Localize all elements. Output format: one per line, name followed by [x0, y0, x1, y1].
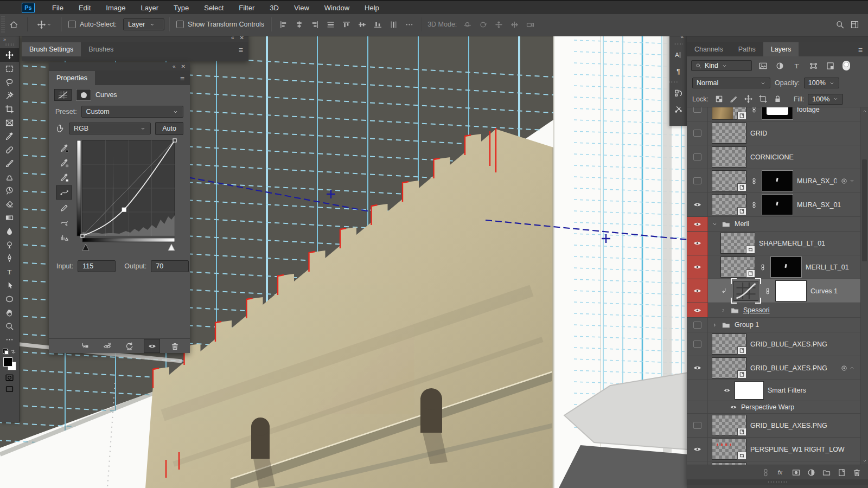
layer-row[interactable]: Perspective Warp: [687, 401, 868, 414]
toggle-visibility[interactable]: [687, 332, 708, 356]
crop-tool[interactable]: [0, 102, 19, 116]
align-vertical-centers-icon[interactable]: [355, 19, 369, 30]
toggle-visibility[interactable]: [687, 438, 708, 461]
layer-thumbnail[interactable]: [712, 146, 746, 168]
menu-window[interactable]: Window: [317, 2, 357, 14]
eyedropper-tool[interactable]: [0, 130, 19, 143]
toggle-visibility[interactable]: [687, 145, 708, 169]
distribute-vertical-centers-icon[interactable]: [386, 19, 401, 30]
toggle-visibility[interactable]: [687, 414, 708, 437]
curves-graph[interactable]: [76, 138, 182, 256]
layer-name[interactable]: Spessori: [743, 306, 770, 314]
layer-row[interactable]: SHAPEMERLI_LT_01: [687, 232, 868, 255]
tool-presets-panel[interactable]: [669, 101, 687, 117]
default-colors-icon[interactable]: [3, 349, 9, 355]
menu-edit[interactable]: Edit: [71, 2, 98, 14]
layer-mask-thumbnail[interactable]: [775, 280, 807, 301]
clone-stamp-tool[interactable]: [0, 170, 19, 184]
rectangular-marquee-tool[interactable]: [0, 62, 19, 75]
auto-select-target-dropdown[interactable]: Layer: [123, 18, 164, 30]
histogram-warning[interactable]: [56, 230, 72, 243]
layer-mask-thumbnail[interactable]: [770, 256, 802, 278]
scroll-up-icon[interactable]: [861, 108, 868, 114]
menu-type[interactable]: Type: [166, 2, 196, 14]
panel-menu-icon[interactable]: ≡: [175, 72, 190, 85]
layer-name[interactable]: Curves 1: [810, 287, 838, 295]
layer-name[interactable]: GRID: [750, 130, 767, 137]
toggle-visibility[interactable]: [687, 193, 708, 216]
tab-channels[interactable]: Channels: [687, 42, 731, 56]
menu-filter[interactable]: Filter: [231, 2, 262, 14]
layer-name[interactable]: MERLI_LT_01: [806, 264, 849, 271]
blur-tool[interactable]: [0, 224, 19, 238]
zoom-tool[interactable]: [0, 319, 19, 333]
pan-3d-camera-icon[interactable]: [492, 19, 506, 30]
preset-dropdown[interactable]: Custom: [81, 106, 183, 118]
quick-selection-tool[interactable]: [0, 89, 19, 102]
show-transform-checkbox[interactable]: Show Transform Controls: [176, 21, 264, 28]
layer-thumbnail[interactable]: [720, 233, 755, 254]
chevron-right-icon[interactable]: [720, 307, 726, 313]
layer-mask-thumbnail[interactable]: [762, 194, 793, 215]
checkbox-box[interactable]: [68, 21, 76, 28]
collapse-panel-icon[interactable]: «: [173, 63, 176, 69]
layer-name[interactable]: CORNICIONE: [750, 153, 794, 161]
layer-row[interactable]: GRID_BLUE_AXES.PNG: [687, 356, 868, 380]
filter-adjustment-icon[interactable]: [772, 60, 788, 72]
layer-name[interactable]: Group 1: [735, 321, 759, 329]
search-icon[interactable]: [835, 20, 845, 29]
dolly-3d-camera-icon[interactable]: [523, 19, 538, 30]
dodge-tool[interactable]: [0, 238, 19, 252]
sample-gray-point[interactable]: [56, 156, 72, 169]
align-right-edges-icon[interactable]: [308, 19, 322, 30]
collapse-toolbar-chevron[interactable]: »: [0, 36, 19, 43]
layer-row[interactable]: GRID_BLUE_AXES.PNG: [687, 332, 868, 356]
new-group-icon[interactable]: [822, 468, 831, 477]
character-panel[interactable]: A: [669, 47, 687, 63]
foreground-color-swatch[interactable]: [3, 357, 12, 367]
layer-mask-thumbnail[interactable]: [762, 170, 793, 191]
menu-3d[interactable]: 3D: [262, 2, 286, 14]
align-bottom-edges-icon[interactable]: [371, 19, 385, 30]
layers-scrollbar[interactable]: [860, 107, 868, 465]
paragraph-panel[interactable]: ¶: [669, 63, 687, 79]
align-left-edges-icon[interactable]: [276, 19, 291, 30]
layer-thumbnail[interactable]: [712, 415, 746, 436]
reset-adjustment[interactable]: [122, 339, 137, 352]
toggle-visibility[interactable]: [687, 217, 708, 231]
home-button[interactable]: [5, 18, 23, 31]
lasso-tool[interactable]: [0, 75, 19, 89]
output-field[interactable]: 70: [151, 260, 189, 272]
panel-menu-icon[interactable]: ≡: [233, 43, 248, 56]
align-horizontal-centers-icon[interactable]: [292, 19, 307, 30]
lock-pixels-icon[interactable]: [727, 93, 741, 105]
scrollbar-thumb[interactable]: [862, 159, 867, 261]
menu-help[interactable]: Help: [357, 2, 387, 14]
layer-row[interactable]: CORNICIONE: [687, 145, 868, 169]
add-layer-mask-icon[interactable]: [792, 468, 801, 477]
auto-select-checkbox[interactable]: Auto-Select:: [68, 21, 117, 28]
layer-mask-thumbnail[interactable]: [762, 107, 793, 120]
delete-layer-icon[interactable]: [852, 468, 861, 477]
filter-type-icon[interactable]: T: [789, 60, 805, 72]
edit-toolbar[interactable]: [0, 333, 19, 346]
menu-view[interactable]: View: [286, 2, 317, 14]
gradient-tool[interactable]: [0, 211, 19, 224]
filter-image-icon[interactable]: [755, 60, 771, 72]
toggle-visibility[interactable]: [687, 461, 708, 465]
toggle-visibility[interactable]: [687, 232, 708, 255]
menu-select[interactable]: Select: [196, 2, 231, 14]
layer-name[interactable]: PERSPLINE_W1 RIGHT_LOW: [750, 446, 845, 453]
layer-name[interactable]: MURA_SX_01: [797, 201, 841, 209]
toggle-visibility[interactable]: [687, 169, 708, 192]
auto-button[interactable]: Auto: [155, 122, 183, 135]
view-previous-state[interactable]: [99, 339, 114, 352]
slide-3d-camera-icon[interactable]: [507, 19, 522, 30]
layer-name[interactable]: SHAPEMERLI_LT_01: [759, 240, 825, 247]
toggle-visibility[interactable]: [687, 279, 708, 303]
distribute-horizontal-centers-icon[interactable]: [323, 19, 338, 30]
color-swatches[interactable]: [3, 357, 17, 371]
layer-thumbnail[interactable]: [712, 333, 746, 355]
sample-black-point[interactable]: [56, 142, 72, 155]
input-field[interactable]: 115: [78, 260, 116, 272]
